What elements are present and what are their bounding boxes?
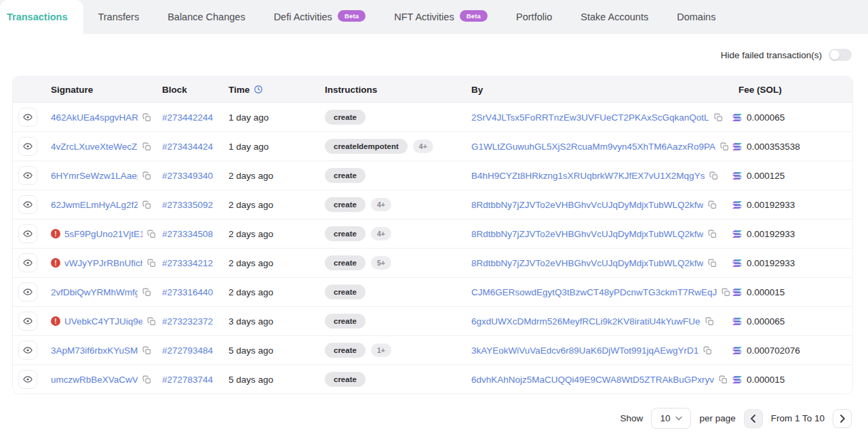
copy-icon[interactable] [722, 288, 730, 297]
by-address-link[interactable]: 8RdtbbNy7jZJVTo2eVHBGhvVcUJqDyMdjxTubWLQ… [471, 258, 703, 268]
copy-icon[interactable] [142, 346, 151, 355]
signature-link[interactable]: umczwRbBeXVaCwVa16... [51, 375, 138, 385]
by-cell: 2SrV4JLTsx5FoRRTnzEw3UVFUeCT2PKAxScGqkan… [465, 112, 732, 123]
prev-page-button[interactable] [744, 409, 763, 428]
copy-icon[interactable] [708, 230, 717, 238]
copy-icon[interactable] [720, 142, 729, 151]
tab-nft-activities[interactable]: NFT Activities Beta [380, 0, 502, 34]
block-link[interactable]: #273434424 [162, 142, 213, 152]
eye-button[interactable] [18, 253, 37, 272]
copy-icon[interactable] [147, 317, 156, 326]
copy-icon[interactable] [142, 201, 151, 209]
block-link[interactable]: #273335092 [162, 200, 213, 210]
signature-link[interactable]: 5sF9PgUno21VjtE16... [64, 229, 142, 239]
copy-icon[interactable] [705, 317, 714, 326]
hide-failed-toggle[interactable] [829, 49, 852, 61]
copy-icon[interactable] [708, 201, 717, 209]
instructions-cell: create [319, 372, 465, 387]
tab-transfers[interactable]: Transfers [83, 0, 153, 34]
copy-icon[interactable] [147, 259, 156, 268]
tab-stake-accounts[interactable]: Stake Accounts [566, 0, 663, 34]
by-cell: CJM6GERsowdEgytQ3tBzwCT48yPDcnwTG3ckmT7R… [465, 287, 732, 297]
eye-button[interactable] [18, 341, 37, 360]
eye-icon [23, 258, 33, 268]
copy-icon[interactable] [714, 113, 723, 122]
signature-link[interactable]: 62JwmELmHyALg2fZw... [51, 200, 138, 210]
eye-button[interactable] [18, 312, 37, 331]
header-time[interactable]: Time [222, 85, 319, 95]
by-address-link[interactable]: 8RdtbbNy7jZJVTo2eVHBGhvVcUJqDyMdjxTubWLQ… [471, 229, 703, 239]
failed-icon: ! [51, 229, 60, 238]
tab-balance-changes[interactable]: Balance Changes [153, 0, 259, 34]
block-link[interactable]: #273334508 [162, 229, 213, 239]
eye-button[interactable] [18, 370, 37, 389]
tab-label: Domains [677, 12, 715, 22]
signature-link[interactable]: 462AkUEa4spgvHAR5gn... [51, 112, 138, 123]
copy-icon[interactable] [703, 346, 712, 355]
copy-icon[interactable] [719, 375, 728, 384]
next-page-button[interactable] [833, 409, 852, 428]
by-address-link[interactable]: CJM6GERsowdEgytQ3tBzwCT48yPDcnwTG3ckmT7R… [471, 287, 717, 297]
signature-link[interactable]: 6HYmrSeWzw1LAaepAL... [51, 171, 138, 181]
copy-icon[interactable] [142, 113, 151, 122]
signature-link[interactable]: UVebkC4YTJUiq9ePR... [64, 316, 142, 327]
block-link[interactable]: #273349340 [162, 171, 213, 181]
instruction-badge: create [325, 255, 366, 270]
fee-value: 0.000015 [747, 375, 785, 385]
signature-link[interactable]: 4vZrcLXuveXteWecZpJ7... [51, 142, 138, 152]
controls-row: Hide failed transaction(s) [0, 34, 868, 69]
clock-icon[interactable] [254, 85, 263, 94]
by-address-link[interactable]: B4hH9CYZt8HRkzng1sXRUqbrkW7KJfEX7vU1X2Mq… [471, 171, 705, 181]
block-link[interactable]: #272783744 [162, 375, 213, 385]
eye-cell [13, 195, 45, 214]
time-value: 1 day ago [229, 112, 269, 123]
signature-link[interactable]: vWJyYPJrRBnUfichu7... [64, 258, 142, 268]
fee-value: 0.000065 [747, 316, 785, 327]
table-row: umczwRbBeXVaCwVa16... #272783744 5 days … [13, 364, 852, 394]
by-address-link[interactable]: 8RdtbbNy7jZJVTo2eVHBGhvVcUJqDyMdjxTubWLQ… [471, 200, 703, 210]
solana-icon [732, 172, 742, 180]
by-address-link[interactable]: 2SrV4JLTsx5FoRRTnzEw3UVFUeCT2PKAxScGqkan… [471, 112, 709, 123]
eye-cell [13, 253, 45, 272]
eye-button[interactable] [18, 108, 37, 127]
copy-icon[interactable] [708, 259, 717, 268]
block-link[interactable]: #273232372 [162, 316, 213, 327]
by-address-link[interactable]: 6dvhKAhNojz5MaCUQQi49E9CWA8WtD5ZTRAkBuGP… [471, 375, 714, 385]
signature-cell: ! vWJyYPJrRBnUfichu7... [45, 258, 156, 268]
tab-defi-activities[interactable]: Defi Activities Beta [260, 0, 380, 34]
tab-transactions[interactable]: Transactions [0, 0, 83, 34]
block-link[interactable]: #272793484 [162, 345, 213, 356]
signature-link[interactable]: 3ApM73if6rbxKYuSMfryi... [51, 345, 138, 356]
by-address-link[interactable]: G1WLtZGuwuhGL5XjS2RcuaMm9vyn45XhTM6AazxR… [471, 142, 715, 152]
by-cell: 6gxdUWXcDMdrm526MeyfRCLi9k2KV8iratiU4kYu… [465, 316, 732, 327]
copy-icon[interactable] [147, 230, 156, 238]
eye-button[interactable] [18, 137, 37, 156]
by-address-link[interactable]: 6gxdUWXcDMdrm526MeyfRCLi9k2KV8iratiU4kYu… [471, 316, 701, 327]
copy-icon[interactable] [142, 288, 151, 297]
eye-button[interactable] [18, 224, 37, 243]
table-row: 2vfDbiQwYRMhWmfgdN... #273316440 2 days … [13, 277, 852, 306]
copy-icon[interactable] [142, 142, 151, 151]
instructions-cell: create 4+ [319, 226, 465, 241]
block-cell: #272793484 [156, 345, 222, 356]
by-address-link[interactable]: 3kAYEokWiVuVaEdcv6r89UaK6DjWTot991jqAEwg… [471, 345, 698, 356]
eye-button[interactable] [18, 195, 37, 214]
block-link[interactable]: #273334212 [162, 258, 213, 268]
block-cell: #273316440 [156, 287, 222, 297]
failed-icon: ! [51, 316, 60, 326]
failed-icon: ! [51, 258, 60, 268]
page-size-select[interactable]: 10 [651, 408, 691, 429]
block-link[interactable]: #273442244 [162, 112, 213, 123]
copy-icon[interactable] [709, 171, 718, 180]
time-value: 2 days ago [229, 258, 273, 268]
tab-domains[interactable]: Domains [663, 0, 730, 34]
tab-portfolio[interactable]: Portfolio [502, 0, 566, 34]
block-link[interactable]: #273316440 [162, 287, 213, 297]
signature-link[interactable]: 2vfDbiQwYRMhWmfgdN... [51, 287, 138, 297]
eye-button[interactable] [18, 166, 37, 185]
fee-value: 0.00192933 [747, 229, 795, 239]
instructions-cell: create [319, 285, 465, 299]
eye-button[interactable] [18, 282, 37, 301]
copy-icon[interactable] [142, 171, 151, 180]
copy-icon[interactable] [142, 375, 151, 384]
